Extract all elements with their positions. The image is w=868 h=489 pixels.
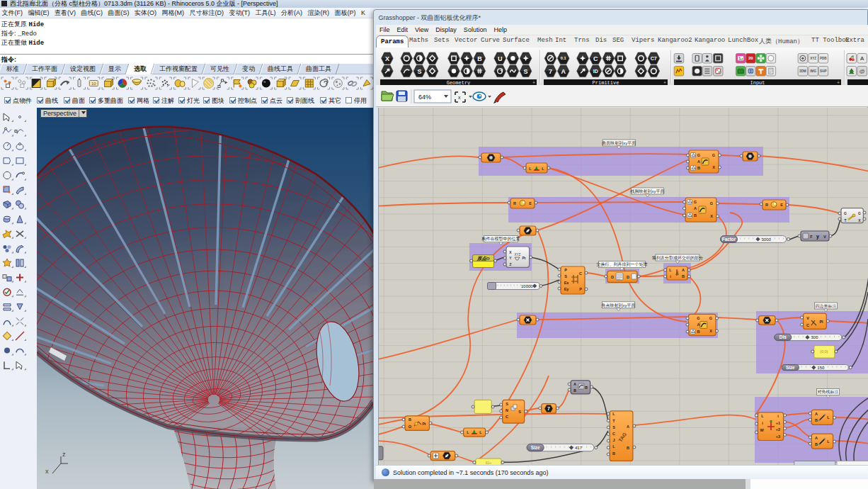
svg-text:Z: Z: [509, 262, 511, 266]
svg-text:构件在模型中的位置: 构件在模型中的位置: [481, 236, 520, 242]
svg-text:SHP: SHP: [820, 69, 826, 73]
svg-text:A: A: [815, 436, 818, 440]
svg-text:7: 7: [547, 406, 550, 411]
svg-text:0.1: 0.1: [561, 56, 566, 60]
svg-text:A: A: [697, 159, 700, 164]
svg-text:Factor: Factor: [722, 237, 736, 242]
svg-text:R: R: [585, 386, 588, 390]
svg-text:PDB: PDB: [820, 57, 827, 60]
svg-text:Dis: Dis: [780, 335, 787, 339]
svg-text:+2: +2: [776, 427, 780, 432]
svg-text:U: U: [498, 55, 503, 62]
svg-text:角点映射到xy平面: 角点映射到xy平面: [602, 303, 636, 308]
svg-text:x: x: [45, 468, 49, 475]
svg-text:C: C: [579, 271, 582, 276]
svg-text:IMG: IMG: [810, 69, 816, 73]
svg-text:R: R: [765, 203, 768, 207]
svg-text:B: B: [815, 442, 818, 446]
svg-text:A: A: [697, 322, 700, 327]
svg-text:D: D: [627, 275, 629, 279]
svg-text:@: @: [860, 68, 865, 74]
svg-text:z: z: [62, 451, 66, 458]
svg-text:417: 417: [575, 446, 583, 450]
svg-text:+: +: [532, 80, 535, 85]
svg-text:10: 10: [91, 82, 96, 86]
svg-text:B: B: [409, 417, 411, 422]
svg-text:C: C: [806, 323, 809, 327]
svg-text:G: G: [697, 153, 700, 157]
svg-text:曲面映射到xy平面: 曲面映射到xy平面: [602, 140, 636, 146]
svg-text:x: x: [458, 95, 461, 100]
svg-text:将列表分割成环交织的部分: 将列表分割成环交织的部分: [651, 255, 703, 261]
svg-text:S: S: [612, 425, 615, 429]
svg-text:y: y: [816, 234, 819, 240]
svg-text:C: C: [506, 415, 508, 419]
svg-text:A: A: [694, 206, 697, 210]
svg-text:C: C: [593, 55, 598, 62]
svg-text:300: 300: [811, 335, 819, 339]
svg-text:G: G: [858, 211, 861, 215]
svg-text:7: 7: [549, 68, 552, 75]
svg-text:S: S: [564, 274, 567, 279]
svg-text:B: B: [612, 451, 615, 456]
svg-text:+: +: [837, 80, 840, 85]
svg-text:A: A: [561, 68, 566, 75]
svg-text:B: B: [694, 213, 697, 218]
svg-text:B: B: [573, 388, 576, 393]
svg-text:O: O: [409, 425, 412, 429]
svg-text:A: A: [815, 412, 818, 416]
svg-text:N: N: [506, 408, 508, 412]
svg-text:S: S: [417, 68, 421, 75]
svg-text:Pt: Pt: [423, 422, 426, 426]
svg-text:+1: +1: [776, 421, 780, 425]
svg-text:20: 20: [748, 56, 753, 60]
svg-text:四边形标注: 四边形标注: [816, 303, 837, 309]
svg-text:3DM: 3DM: [799, 69, 806, 73]
svg-text:S: S: [524, 68, 528, 75]
svg-text:B: B: [477, 55, 482, 62]
svg-text:ID: ID: [593, 69, 598, 74]
svg-text:P: P: [564, 268, 567, 272]
svg-text:3000: 3000: [762, 237, 772, 242]
svg-text:X: X: [712, 165, 715, 169]
svg-text:S: S: [506, 402, 508, 406]
svg-text:J: J: [612, 438, 615, 442]
svg-text:150: 150: [817, 366, 825, 370]
svg-text:+: +: [663, 80, 666, 85]
svg-text:T: T: [844, 218, 846, 223]
svg-text:E: E: [529, 201, 532, 206]
svg-text:G: G: [709, 316, 712, 320]
svg-text:Ex: Ex: [564, 281, 570, 285]
svg-text:Geometry: Geometry: [447, 80, 471, 86]
svg-text:+3: +3: [776, 434, 780, 439]
svg-text:Pl: Pl: [819, 320, 823, 324]
svg-text:A: A: [682, 268, 685, 272]
svg-text:Size: Size: [531, 445, 540, 450]
svg-text:B: B: [682, 274, 685, 279]
svg-text:交换行、列再排到一个矩阵: 交换行、列再排到一个矩阵: [595, 262, 647, 267]
svg-text:X: X: [709, 329, 712, 333]
svg-text:A: A: [860, 55, 864, 62]
svg-text:G: G: [697, 316, 699, 320]
svg-text:B: B: [815, 418, 818, 422]
svg-text:B: B: [697, 166, 700, 170]
svg-text:原点O: 原点O: [476, 256, 490, 262]
svg-text:S: S: [518, 410, 521, 414]
svg-text:G: G: [710, 201, 713, 206]
svg-text:Primitive: Primitive: [593, 80, 619, 86]
svg-text:X: X: [385, 55, 389, 62]
svg-text:G: G: [712, 153, 715, 157]
svg-text:V: V: [823, 235, 826, 239]
svg-text:{0;0}: {0;0}: [820, 349, 828, 354]
svg-text:G: G: [844, 211, 847, 215]
svg-text:C: C: [612, 432, 615, 436]
svg-text:64%: 64%: [418, 94, 431, 101]
svg-text:A: A: [573, 382, 576, 386]
svg-text:D: D: [611, 275, 614, 279]
svg-text:61+: 61+: [486, 461, 492, 465]
svg-text:Size: Size: [786, 365, 795, 370]
svg-text:Input: Input: [750, 80, 765, 86]
svg-text:C7: C7: [651, 56, 657, 61]
svg-text:XYZ: XYZ: [515, 253, 521, 257]
svg-text:V: V: [806, 316, 809, 320]
